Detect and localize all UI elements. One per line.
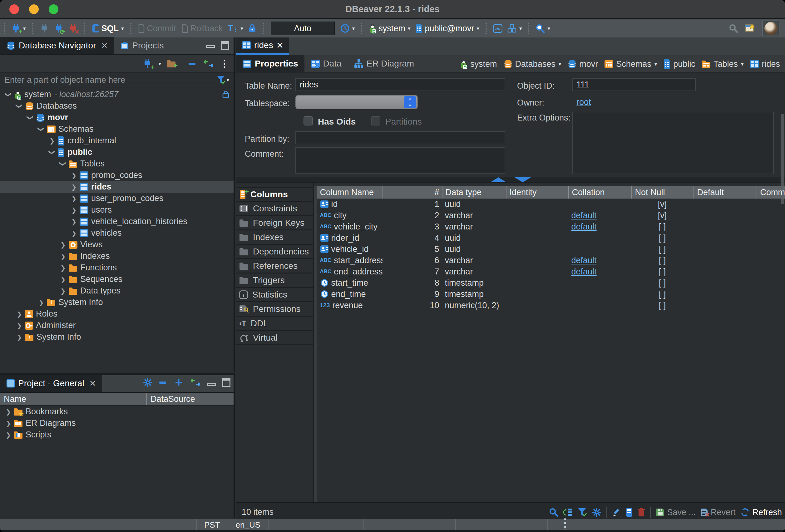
tree-item-movr[interactable]: ❯movr — [0, 112, 233, 123]
transaction-mode-button[interactable]: T⋮▾ — [225, 23, 246, 33]
tree-item-system-info[interactable]: ❯iSystem Info — [0, 297, 233, 308]
global-search-icon[interactable] — [729, 24, 738, 33]
column-header-datasource[interactable]: DataSource — [147, 393, 233, 405]
grid-settings-icon[interactable] — [592, 508, 601, 517]
grid-row-id[interactable]: id1uuid[v] — [317, 199, 785, 210]
grid-row-end_address[interactable]: ABCend_address7varchardefault[ ] — [317, 266, 785, 277]
breadcrumb-item-rides[interactable]: rides — [748, 59, 782, 69]
tree-item-functions[interactable]: ❯Functions — [0, 262, 233, 274]
cell-default[interactable] — [693, 244, 757, 255]
cell-default[interactable] — [693, 266, 757, 277]
cell-data-type[interactable]: varchar — [442, 221, 506, 232]
sql-editor-button[interactable]: SQL▾ — [89, 23, 126, 33]
cell-collation[interactable] — [568, 277, 631, 288]
grid-row-vehicle_city[interactable]: ABCvehicle_city3varchardefault[ ] — [317, 221, 785, 232]
section-tab-virtual[interactable]: Virtual — [236, 331, 313, 345]
subtab-properties[interactable]: Properties — [236, 55, 304, 73]
maximize-panel-icon[interactable] — [222, 378, 230, 387]
cell-column-name[interactable]: ABCstart_address — [317, 255, 382, 266]
close-icon[interactable]: ✕ — [89, 379, 96, 388]
tree-item-data-types[interactable]: ❯Data types — [0, 285, 233, 297]
project-item-scripts[interactable]: ❯Scripts — [0, 429, 233, 440]
chevron-expanded-icon[interactable]: ❯ — [37, 124, 45, 134]
cell-data-type[interactable]: uuid — [442, 199, 506, 210]
expand-all-icon[interactable] — [174, 378, 184, 387]
cell-data-type[interactable]: timestamp — [442, 277, 506, 288]
transaction-lock-button[interactable] — [246, 24, 259, 33]
delete-row-icon[interactable] — [638, 508, 645, 517]
cell-ordinal[interactable]: 6 — [382, 255, 442, 266]
gear-icon[interactable] — [143, 378, 152, 387]
cell-comment[interactable] — [757, 288, 785, 300]
partitions-checkbox[interactable] — [371, 116, 380, 126]
column-header-name[interactable]: Name — [0, 393, 147, 405]
cell-ordinal[interactable]: 4 — [382, 232, 442, 244]
cell-not-null[interactable]: [v] — [631, 199, 693, 210]
collapse-down-icon[interactable] — [514, 177, 531, 182]
close-icon[interactable]: ✕ — [101, 41, 108, 51]
active-connection-select[interactable]: system▾ — [366, 23, 413, 33]
breadcrumb-item-movr[interactable]: movr — [565, 59, 600, 69]
new-folder-icon[interactable]: + — [167, 60, 176, 68]
cell-identity[interactable] — [506, 244, 568, 255]
chevron-collapsed-icon[interactable]: ❯ — [69, 218, 79, 225]
cell-collation[interactable]: default — [568, 221, 631, 232]
section-tab-ddl[interactable]: ‹TDDL — [236, 316, 313, 331]
chevron-collapsed-icon[interactable]: ❯ — [58, 276, 68, 283]
chevron-expanded-icon[interactable]: ❯ — [27, 112, 34, 123]
maximize-panel-icon[interactable] — [221, 41, 229, 50]
sql-history-button[interactable]: ▾ — [338, 24, 357, 33]
cell-column-name[interactable]: 123revenue — [317, 300, 382, 311]
cell-collation[interactable] — [568, 199, 631, 210]
perspective-icon[interactable] — [745, 23, 756, 33]
rollback-button[interactable]: Rollback — [179, 24, 225, 33]
chevron-collapsed-icon[interactable]: ❯ — [3, 420, 14, 427]
minimize-panel-icon[interactable] — [206, 45, 215, 48]
section-tab-foreign-keys[interactable]: Foreign Keys — [236, 216, 313, 230]
cell-default[interactable] — [693, 300, 757, 311]
cell-identity[interactable] — [506, 266, 568, 277]
grid-column-header--[interactable]: # — [382, 186, 442, 199]
editor-tab-rides[interactable]: rides ✕ — [236, 37, 289, 55]
cell-column-name[interactable]: id — [317, 199, 382, 210]
breadcrumb-item-tables[interactable]: Tables▾ — [700, 59, 746, 69]
cell-comment[interactable] — [757, 244, 785, 255]
reconnect-button[interactable]: ⟳ — [52, 23, 66, 34]
link-with-editor-icon[interactable] — [190, 378, 201, 387]
grid-column-header-comm[interactable]: Comm — [757, 186, 785, 199]
tree-item-indexes[interactable]: ❯Indexes — [0, 250, 233, 262]
section-tab-indexes[interactable]: Indexes — [236, 230, 313, 245]
chevron-collapsed-icon[interactable]: ❯ — [36, 299, 47, 306]
chevron-collapsed-icon[interactable]: ❯ — [58, 253, 68, 260]
refresh-button[interactable]: Refresh — [740, 508, 782, 517]
commit-button[interactable]: Commit — [135, 24, 179, 33]
cell-column-name[interactable]: ABCend_address — [317, 266, 382, 277]
cell-ordinal[interactable]: 8 — [382, 277, 442, 288]
collation-link[interactable]: default — [572, 211, 597, 221]
section-tab-statistics[interactable]: iStatistics — [236, 288, 313, 302]
tree-item-roles[interactable]: ❯Roles — [0, 308, 233, 320]
cell-not-null[interactable]: [ ] — [631, 266, 693, 277]
cell-collation[interactable] — [568, 288, 631, 300]
tree-item-public[interactable]: ❯public — [0, 146, 233, 158]
section-tab-references[interactable]: References — [236, 259, 313, 274]
cell-collation[interactable] — [568, 300, 631, 311]
chevron-collapsed-icon[interactable]: ❯ — [3, 431, 14, 439]
cell-ordinal[interactable]: 1 — [382, 199, 442, 210]
filter-funnel-icon[interactable] — [217, 75, 226, 84]
cell-data-type[interactable]: uuid — [442, 232, 506, 244]
cell-identity[interactable] — [506, 199, 568, 210]
connect-button[interactable] — [37, 23, 52, 34]
chevron-collapsed-icon[interactable]: ❯ — [58, 241, 68, 249]
cell-comment[interactable] — [757, 210, 785, 221]
chevron-collapsed-icon[interactable]: ❯ — [69, 195, 79, 202]
cell-data-type[interactable]: varchar — [442, 266, 506, 277]
search-button[interactable]: ▾ — [533, 24, 553, 33]
tree-item-views[interactable]: ❯Views — [0, 239, 233, 250]
grid-column-header-identity[interactable]: Identity — [506, 186, 568, 199]
cell-data-type[interactable]: varchar — [442, 210, 506, 221]
row-editor-icon[interactable] — [626, 508, 633, 517]
tree-item-system-info[interactable]: ❯iSystem Info — [0, 331, 233, 343]
tree-item-administer[interactable]: ❯Administer — [0, 320, 233, 331]
tree-item-tables[interactable]: ❯Tables — [0, 158, 233, 170]
